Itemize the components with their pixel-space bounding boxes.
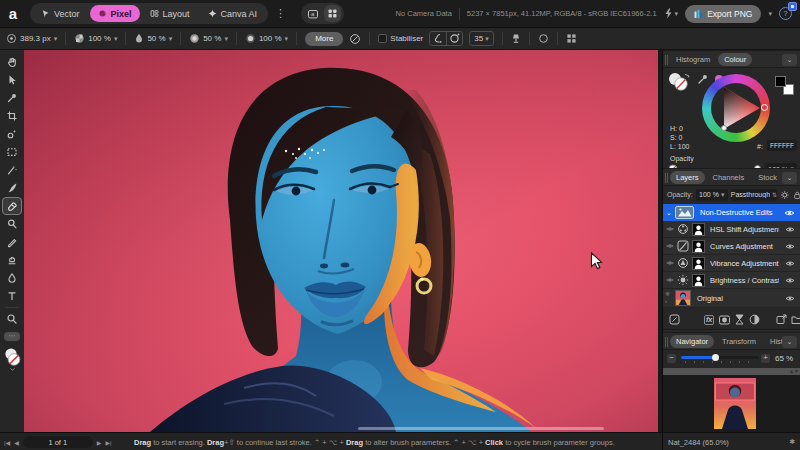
layer-row-brightness[interactable]: Brightness / Contrast <box>663 272 800 289</box>
performance-button[interactable]: ▾ <box>664 8 679 19</box>
zoom-out-button[interactable]: − <box>667 354 676 363</box>
zoom-tool[interactable] <box>2 310 22 328</box>
symmetry-button[interactable] <box>566 33 577 44</box>
hsl-triangle[interactable] <box>710 82 762 134</box>
text-tool[interactable] <box>2 287 22 305</box>
canvas-horizontal-scrollbar[interactable] <box>358 427 604 430</box>
add-pixel-layer-button[interactable] <box>776 314 787 325</box>
colour-picker-tool[interactable] <box>2 89 22 107</box>
stabiliser-window-size[interactable]: 35 ▾ <box>469 31 493 46</box>
panel-menu-chevron[interactable]: ⌄ <box>782 54 797 66</box>
panel-grip[interactable] <box>665 55 666 65</box>
brush-opacity-control[interactable]: 100 % ▾ <box>74 33 117 44</box>
visibility-eye-icon[interactable] <box>785 243 795 250</box>
edit-all-layers-button[interactable] <box>669 314 680 325</box>
more-tools-button[interactable]: ⋯ <box>4 332 20 341</box>
zoom-percent-value[interactable]: 65 % <box>775 354 793 363</box>
navigator-thumbnail[interactable] <box>714 378 756 429</box>
persona-pixel[interactable]: Pixel <box>90 5 140 22</box>
brush-strength-control[interactable]: 100 % ▾ <box>245 33 288 44</box>
window-stabiliser-button[interactable] <box>446 32 462 45</box>
zoom-slider-track[interactable] <box>681 356 759 359</box>
gear-icon[interactable] <box>780 190 789 200</box>
visibility-eye-icon[interactable] <box>784 209 795 217</box>
brush-width-control[interactable]: 389.3 px ▾ <box>6 33 57 44</box>
layer-row-original[interactable]: ※› Original <box>663 289 800 308</box>
persona-layout[interactable]: Layout <box>142 5 198 22</box>
foreground-swatch[interactable] <box>775 76 786 87</box>
move-tool[interactable] <box>2 71 22 89</box>
lightness-selector-knob[interactable] <box>721 125 727 131</box>
expand-chevron-icon[interactable]: ⌄ <box>663 209 675 217</box>
brush-editor-button[interactable] <box>349 33 361 45</box>
group-thumbnail[interactable] <box>675 206 694 219</box>
brush-preview-button[interactable] <box>538 33 549 44</box>
stabiliser-toggle[interactable]: Stabiliser <box>378 34 423 43</box>
clone-stamp-tool[interactable] <box>2 251 22 269</box>
visibility-eye-icon[interactable] <box>785 226 795 233</box>
tab-colour[interactable]: Colour <box>718 53 752 66</box>
tab-transform[interactable]: Transform <box>716 335 762 348</box>
visibility-eye-icon[interactable] <box>666 277 674 283</box>
zoom-in-button[interactable]: + <box>761 354 770 363</box>
layer-row-vibrance[interactable]: Vibrance Adjustment <box>663 255 800 272</box>
mask-layer-button[interactable] <box>719 315 730 325</box>
apps-grid-button[interactable] <box>324 5 341 22</box>
hex-input[interactable] <box>767 140 797 151</box>
panel-grip[interactable] <box>665 337 666 347</box>
colour-wheel[interactable] <box>702 74 770 142</box>
live-filter-button[interactable] <box>749 314 760 325</box>
airbrush-button[interactable] <box>511 33 521 44</box>
panel-menu-chevron[interactable]: ⌄ <box>782 172 797 184</box>
stabiliser-checkbox[interactable] <box>378 34 387 43</box>
more-button[interactable]: More <box>305 32 343 46</box>
mask-thumbnail[interactable] <box>692 257 705 270</box>
panel-menu-chevron[interactable]: ⌄ <box>782 336 797 348</box>
colour-swatch-selector[interactable] <box>3 347 22 371</box>
tab-navigator[interactable]: Navigator <box>670 335 714 348</box>
paint-brush-tool[interactable] <box>2 179 22 197</box>
adjustment-layer-button[interactable] <box>735 314 744 325</box>
visibility-eye-icon[interactable] <box>666 226 674 232</box>
panel-scrollbar[interactable]: ▲▼ <box>663 368 800 375</box>
selection-brush-tool[interactable] <box>2 125 22 143</box>
viewport-rectangle[interactable] <box>716 383 755 400</box>
blur-tool[interactable] <box>2 269 22 287</box>
visibility-eye-icon[interactable] <box>666 260 674 266</box>
brush-hardness-control[interactable]: 50 % ▾ <box>189 33 228 44</box>
view-tool[interactable] <box>2 53 22 71</box>
active-swatches[interactable] <box>667 71 693 93</box>
mask-thumbnail[interactable] <box>692 240 705 253</box>
canvas-options-button[interactable]: a <box>304 5 321 22</box>
previous-page-button[interactable]: ◀ <box>14 439 19 446</box>
blend-mode-dropdown[interactable]: Passthrough ⇅ <box>731 189 777 201</box>
export-png-button[interactable]: Export PNG <box>685 5 761 23</box>
zoom-slider-knob[interactable] <box>712 354 719 361</box>
erase-brush-tool[interactable] <box>2 197 22 215</box>
group-layers-button[interactable] <box>791 315 800 325</box>
crop-tool[interactable] <box>2 107 22 125</box>
navigator-preview-area[interactable] <box>663 375 800 432</box>
layer-row-hsl[interactable]: HSL Shift Adjustment <box>663 221 800 238</box>
visibility-eye-icon[interactable] <box>785 277 795 284</box>
visibility-eye-icon[interactable] <box>785 295 795 302</box>
brush-flow-control[interactable]: 50 % ▾ <box>134 33 172 44</box>
visibility-eye-icon[interactable] <box>666 243 674 249</box>
panel-grip[interactable] <box>665 173 666 183</box>
hue-selector-knob[interactable] <box>761 104 768 111</box>
rope-stabiliser-button[interactable] <box>430 32 446 45</box>
mask-thumbnail[interactable] <box>692 274 705 287</box>
next-page-button[interactable]: ▶ <box>97 439 102 446</box>
last-page-button[interactable]: ▶| <box>105 439 111 446</box>
colour-picker-icon[interactable] <box>697 73 709 85</box>
persona-vector[interactable]: Vector <box>33 5 88 22</box>
tab-layers[interactable]: Layers <box>670 171 705 184</box>
tab-stock[interactable]: Stock <box>752 171 783 184</box>
tab-histogram[interactable]: Histogram <box>670 53 716 66</box>
marquee-select-tool[interactable] <box>2 143 22 161</box>
visibility-eye-icon[interactable] <box>785 260 795 267</box>
document-canvas[interactable] <box>24 50 658 432</box>
first-page-button[interactable]: |◀ <box>4 439 10 446</box>
layer-effects-button[interactable]: fx <box>704 315 714 325</box>
persona-overflow-menu-button[interactable]: ⋮ <box>268 7 293 20</box>
